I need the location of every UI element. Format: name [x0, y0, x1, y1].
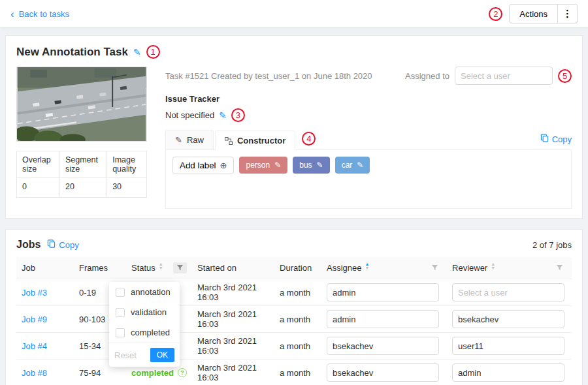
filter-option-completed[interactable]: completed [109, 322, 180, 343]
reviewer-sort-icon[interactable]: ▲▼ [491, 264, 495, 272]
job-started: March 3rd 2021 16:03 [192, 333, 274, 360]
job-row-1: Job #3 0-19 March 3rd 2021 16:03 a month [16, 279, 572, 306]
label-chip-person[interactable]: person ✎ [239, 157, 287, 174]
reviewer-input[interactable] [452, 337, 564, 355]
reviewer-filter-icon[interactable] [553, 262, 566, 273]
assignee-input[interactable] [327, 337, 439, 355]
add-label-button[interactable]: Add label ⊕ [172, 157, 234, 174]
issue-tracker-value-row: Not specified ✎ 3 [165, 108, 572, 122]
param-quality-value: 30 [107, 178, 147, 198]
col-job: Job [16, 257, 74, 279]
jobs-copy-label: Copy [59, 240, 78, 250]
col-frames: Frames [74, 257, 126, 279]
task-meta-row: Task #1521 Created by test_user_1 on Jun… [165, 67, 572, 85]
status-text: completed [131, 368, 174, 378]
edit-label-bus-icon[interactable]: ✎ [317, 161, 323, 170]
col-status-label[interactable]: Status [131, 263, 155, 273]
job-row-3: Job #4 15-34 March 3rd 2021 16:03 a mont… [16, 333, 572, 360]
label-car-name: car [342, 161, 353, 170]
issue-tracker-block: Issue Tracker Not specified ✎ 3 [165, 94, 572, 122]
task-params-table: Overlap size Segment size Image quality … [16, 151, 147, 198]
param-segment-header: Segment size [59, 151, 106, 178]
col-started: Started on [192, 257, 274, 279]
task-card: New Annotation Task ✎ 1 [5, 35, 583, 219]
copy-icon [540, 134, 549, 144]
param-segment-value: 20 [59, 178, 106, 198]
params-header-row: Overlap size Segment size Image quality [17, 151, 147, 178]
assignee-input[interactable] [327, 283, 439, 301]
task-title: New Annotation Task [16, 46, 128, 59]
actions-button[interactable]: Actions [509, 4, 558, 23]
assignee-input[interactable] [327, 310, 439, 328]
filter-option-completed-label: completed [131, 328, 170, 337]
assigned-to-group: Assigned to 5 [405, 67, 572, 85]
tab-constructor[interactable]: Constructor [215, 131, 295, 150]
filter-footer: Reset OK [109, 343, 180, 367]
vertical-dots-icon: ⋮ [563, 8, 572, 20]
job-row-4: Job #8 75-94 completed ? March 3rd 2021 … [16, 360, 572, 385]
filter-reset-button[interactable]: Reset [114, 350, 137, 360]
issue-tracker-label: Issue Tracker [165, 94, 572, 104]
job-link[interactable]: Job #9 [22, 315, 47, 324]
task-body: Overlap size Segment size Image quality … [16, 67, 572, 209]
job-started: March 3rd 2021 16:03 [192, 306, 274, 333]
task-thumbnail [16, 67, 147, 142]
copy-icon [47, 239, 56, 250]
jobs-header: Jobs Copy 2 of 7 jobs [16, 239, 572, 251]
params-value-row: 0 20 30 [17, 178, 147, 198]
pencil-icon: ✎ [175, 135, 182, 145]
reviewer-input[interactable] [452, 363, 564, 382]
tab-raw[interactable]: ✎ Raw [165, 130, 214, 149]
col-reviewer: Reviewer ▲▼ [447, 257, 572, 279]
edit-label-person-icon[interactable]: ✎ [274, 161, 281, 170]
label-bus-name: bus [299, 161, 312, 170]
checkbox[interactable] [116, 328, 125, 337]
assignee-sort-icon[interactable]: ▲▼ [365, 264, 370, 272]
job-link[interactable]: Job #8 [22, 368, 47, 378]
label-chip-car[interactable]: car ✎ [335, 157, 370, 174]
labels-copy-link[interactable]: Copy [540, 134, 572, 149]
status-sort-icon[interactable]: ▲▼ [159, 264, 163, 272]
annotation-circle-3: 3 [231, 108, 245, 122]
edit-issue-tracker-icon[interactable]: ✎ [219, 110, 227, 121]
assignee-filter-icon[interactable] [428, 262, 442, 273]
filter-option-annotation-label: annotation [131, 287, 171, 297]
reviewer-input[interactable] [452, 310, 564, 328]
constructor-icon [225, 137, 233, 145]
question-circle-icon[interactable]: ? [178, 368, 187, 377]
edit-label-car-icon[interactable]: ✎ [357, 161, 363, 170]
label-chip-bus[interactable]: bus ✎ [293, 157, 329, 174]
annotation-circle-5: 5 [558, 69, 572, 83]
jobs-table: Job Frames Status ▲▼ Started on Duration [16, 257, 572, 385]
label-person-name: person [246, 161, 270, 170]
assignee-input[interactable] [327, 363, 439, 382]
tab-constructor-label: Constructor [237, 136, 286, 146]
col-duration: Duration [274, 257, 321, 279]
filter-option-annotation[interactable]: annotation [109, 282, 180, 302]
col-assignee-label[interactable]: Assignee [327, 263, 361, 273]
checkbox[interactable] [116, 308, 125, 317]
assigned-to-label: Assigned to [405, 71, 449, 81]
col-reviewer-label[interactable]: Reviewer [452, 263, 487, 273]
annotation-circle-4: 4 [302, 132, 316, 146]
job-link[interactable]: Job #3 [22, 288, 47, 298]
checkbox[interactable] [116, 288, 125, 297]
more-actions-button[interactable]: ⋮ [558, 4, 578, 23]
back-to-tasks-link[interactable]: ‹ Back to tasks [10, 8, 69, 20]
task-meta: Task #1521 Created by test_user_1 on Jun… [165, 71, 372, 81]
job-row-2: Job #9 90-103 March 3rd 2021 16:03 a mon… [16, 306, 572, 333]
task-right-column: Task #1521 Created by test_user_1 on Jun… [165, 67, 572, 209]
job-link[interactable]: Job #4 [22, 341, 47, 351]
jobs-copy-link[interactable]: Copy [47, 239, 78, 250]
edit-title-icon[interactable]: ✎ [133, 47, 141, 57]
param-overlap-header: Overlap size [17, 151, 60, 178]
assigned-to-input[interactable] [455, 67, 553, 85]
filter-option-validation[interactable]: validation [109, 302, 180, 322]
plus-circle-icon: ⊕ [220, 161, 227, 170]
status-filter-icon[interactable] [173, 262, 187, 273]
reviewer-input[interactable] [452, 283, 564, 301]
task-left-column: Overlap size Segment size Image quality … [16, 67, 147, 209]
job-duration: a month [274, 279, 321, 306]
filter-ok-button[interactable]: OK [150, 348, 174, 362]
job-duration: a month [274, 360, 321, 385]
